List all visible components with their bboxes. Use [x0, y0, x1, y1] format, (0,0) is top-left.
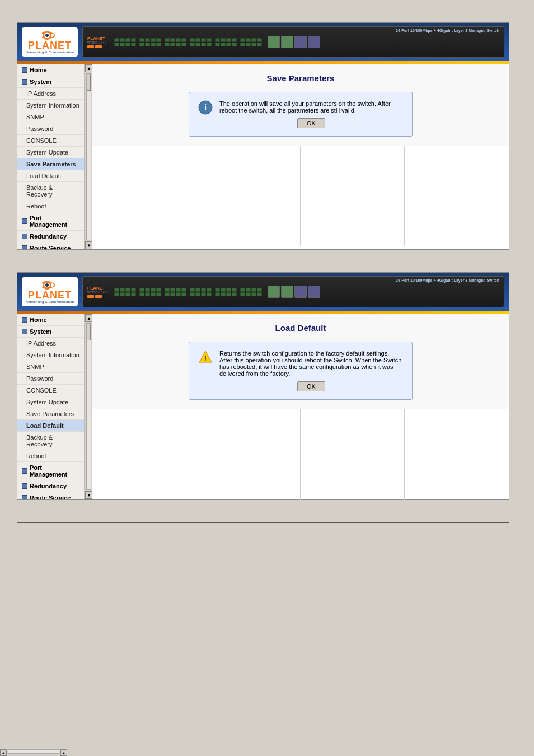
page-wrapper: PLANET Networking & Communication 24-Por… [0, 0, 534, 545]
vscroll-down-2[interactable]: ▼ [85, 491, 93, 499]
expand-icon-portmgmt-1 [22, 218, 27, 224]
sidebar-item-backuprec-2[interactable]: Backup & Recovery [17, 432, 84, 450]
sidebar-item-saveparams-2[interactable]: Save Parameters [17, 408, 84, 420]
sidebar-item-password-2[interactable]: Password [17, 373, 84, 385]
sidebar-home-label-2: Home [30, 316, 47, 323]
load-default-panel: PLANET Networking & Communication 24-Por… [17, 272, 509, 500]
sidebar-item-system-2[interactable]: System [17, 326, 84, 338]
expand-icon-redundancy-1 [22, 234, 27, 239]
switch-header-1: PLANET Networking & Communication 24-Por… [17, 23, 509, 61]
switch-body-2: 24-Port 10/100Mbps + 4Gigabit Layer 3 Ma… [82, 276, 504, 307]
svg-text:i: i [204, 102, 207, 112]
vscroll-2: ▲ ▼ [85, 314, 92, 499]
bottom-separator [17, 522, 509, 523]
logo-text-1: PLANET [28, 40, 72, 50]
switch-brand-2: PLANET WGSD-1040+ [87, 286, 109, 298]
sidebar-item-home-2[interactable]: Home [17, 314, 84, 326]
expand-icon-home-1 [22, 67, 27, 73]
svg-point-8 [45, 283, 49, 287]
sidebar-item-console-1[interactable]: CONSOLE [17, 135, 84, 147]
ok-button-2[interactable]: OK [297, 381, 325, 391]
sidebar-item-sysupdate-2[interactable]: System Update [17, 396, 84, 408]
logo-sub-1: Networking & Communication [26, 50, 74, 54]
sidebar-item-loaddefault-2[interactable]: Load Default [17, 420, 84, 432]
sidebar-item-reboot-2[interactable]: Reboot [17, 450, 84, 462]
grid-cell-1a [92, 146, 196, 246]
warn-icon-2: ! [198, 350, 213, 365]
vscroll-thumb-1[interactable] [87, 74, 91, 91]
sidebar-item-routesvc-1[interactable]: Route Service [17, 242, 84, 249]
ok-button-1[interactable]: OK [297, 118, 325, 128]
sidebar-item-loaddefault-1[interactable]: Load Default [17, 170, 84, 182]
switch-brand-1: PLANET WGSD-1040+ [87, 36, 109, 48]
info-text-1: The operation will save all your paramet… [219, 100, 391, 114]
sidebar-system-label-2: System [30, 328, 51, 335]
logo-sub-2: Networking & Communication [26, 300, 74, 304]
expand-icon-system-2 [22, 329, 27, 334]
page-title-1: Save Parameters [104, 73, 498, 83]
sidebar-item-routesvc-2[interactable]: Route Service [17, 492, 84, 499]
sidebar-item-system-1[interactable]: System [17, 76, 84, 88]
sidebar-item-redundancy-2[interactable]: Redundancy [17, 480, 84, 492]
sp-model-1: WGSD-1040+ [87, 41, 109, 44]
sidebar-item-sysinfo-1[interactable]: System Information [17, 100, 84, 111]
expand-icon-home-2 [22, 317, 27, 323]
grid-cell-2d [405, 409, 509, 507]
sidebar-item-reboot-1[interactable]: Reboot [17, 200, 84, 212]
grid-cell-2c [301, 409, 405, 507]
vscroll-thumb-2[interactable] [87, 324, 91, 340]
switch-header-2: PLANET Networking & Communication 24-Por… [17, 273, 509, 311]
sidebar-item-portmgmt-1[interactable]: Port Management [17, 212, 84, 231]
content-area-1: Home System IP Address System Informatio… [17, 64, 509, 249]
sidebar-item-sysinfo-2[interactable]: System Information [17, 349, 84, 361]
vscroll-down-1[interactable]: ▼ [85, 241, 93, 249]
sidebar-item-ipaddress-2[interactable]: IP Address [17, 338, 84, 349]
grid-cell-1c [301, 146, 405, 246]
port-group-1c [215, 38, 262, 46]
vscroll-up-2[interactable]: ▲ [85, 314, 93, 322]
grid-1 [92, 146, 509, 246]
sidebar-item-home-1[interactable]: Home [17, 64, 84, 76]
sidebar-item-portmgmt-2[interactable]: Port Management [17, 462, 84, 480]
sidebar-item-console-2[interactable]: CONSOLE [17, 385, 84, 396]
planet-logo-icon-2 [42, 280, 58, 290]
warn-box-2: ! Returns the switch configuration to th… [189, 342, 413, 400]
content-inner-1: Save Parameters i The operation will sav… [92, 64, 509, 146]
expand-icon-system-1 [22, 79, 27, 85]
main-content-1: Save Parameters i The operation will sav… [92, 64, 509, 249]
port-group-2c [215, 288, 262, 296]
sidebar-item-ipaddress-1[interactable]: IP Address [17, 88, 84, 100]
sidebar-item-redundancy-1[interactable]: Redundancy [17, 231, 84, 242]
sidebar-item-sysupdate-1[interactable]: System Update [17, 147, 84, 158]
planet-logo-1: PLANET Networking & Communication [22, 27, 78, 57]
sidebar-item-saveparams-1[interactable]: Save Parameters [17, 158, 84, 170]
switch-label-1: 24-Port 10/100Mbps + 4Gigabit Layer 3 Ma… [396, 29, 499, 32]
sidebar-item-snmp-1[interactable]: SNMP [17, 111, 84, 123]
switch-body-1: 24-Port 10/100Mbps + 4Gigabit Layer 3 Ma… [82, 26, 504, 58]
page-title-2: Load Default [104, 323, 498, 333]
vscroll-up-1[interactable]: ▲ [85, 64, 93, 72]
expand-icon-portmgmt-2 [22, 468, 27, 474]
grid-cell-2b [196, 409, 301, 507]
sfp-group-2 [268, 286, 320, 298]
sidebar-item-snmp-2[interactable]: SNMP [17, 361, 84, 373]
grid-cell-2a [92, 409, 196, 507]
save-parameters-panel: PLANET Networking & Communication 24-Por… [17, 22, 509, 250]
sidebar-redundancy-label-1: Redundancy [30, 233, 67, 240]
sidebar-system-label-1: System [30, 78, 51, 85]
port-group-1a [114, 38, 161, 46]
sidebar-item-password-1[interactable]: Password [17, 123, 84, 135]
sidebar-home-label-1: Home [30, 67, 47, 73]
sidebar-redundancy-label-2: Redundancy [30, 483, 67, 489]
vscroll-track-2 [86, 323, 91, 490]
sp-logo-1: PLANET [87, 36, 105, 41]
vscroll-1: ▲ ▼ [85, 64, 92, 249]
sidebar-item-backuprec-1[interactable]: Backup & Recovery [17, 182, 84, 200]
port-group-1b [165, 38, 212, 46]
sidebar-routesvc-label-1: Route Service [30, 245, 71, 249]
sidebar-portmgmt-label-1: Port Management [30, 214, 79, 228]
content-inner-2: Load Default ! Returns the switch config… [92, 314, 509, 409]
planet-logo-icon [42, 30, 58, 40]
grid-2 [92, 409, 509, 507]
grid-cell-1b [196, 146, 301, 246]
